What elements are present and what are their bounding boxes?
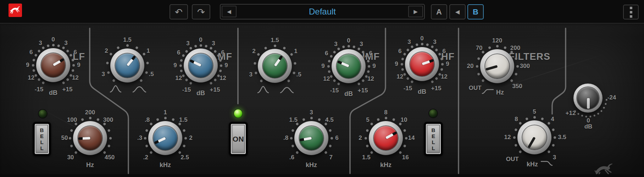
- undo-button[interactable]: ↶: [170, 4, 188, 19]
- knob-scale-label: 300: [520, 63, 530, 70]
- tick-mark: [328, 59, 331, 63]
- knob-scale-label: 1.5: [271, 37, 279, 44]
- knob-scale-label: 14: [408, 135, 415, 142]
- knob-scale-label: +15: [62, 86, 73, 93]
- knob-scale-label: 3: [310, 109, 313, 116]
- tick-mark: [401, 57, 404, 61]
- knob-scale-label: 1: [294, 48, 297, 55]
- tick-mark: [440, 68, 443, 71]
- knob-scale-label: 3: [212, 40, 215, 47]
- hf-gain-knob[interactable]: [405, 47, 439, 81]
- redo-button[interactable]: ↷: [192, 4, 210, 19]
- knob-scale-label: 12: [441, 73, 448, 80]
- tick-mark: [32, 64, 34, 67]
- tick-mark: [328, 70, 331, 73]
- preset-selector: ◀ Default ▶: [220, 4, 425, 19]
- output-gain-knob[interactable]: [573, 84, 603, 113]
- tick-mark: [405, 137, 407, 139]
- knob-scale-label: 12: [323, 75, 330, 82]
- tick-mark: [179, 64, 182, 67]
- knob-scale-label: 12: [367, 75, 374, 82]
- preset-next-button[interactable]: ▶: [408, 6, 423, 17]
- bell-button-label: B: [432, 127, 435, 133]
- lmf-freq-knob[interactable]: [148, 121, 182, 155]
- knob-scale-label: 12: [175, 75, 182, 82]
- knob-scale-label: OUT: [506, 156, 519, 163]
- knob-scale-label: -15: [330, 87, 339, 94]
- tick-mark: [32, 69, 35, 72]
- tick-mark: [581, 114, 583, 116]
- hpf-freq-knob[interactable]: [480, 49, 514, 83]
- lpf-freq-unit-label: kHz: [527, 161, 538, 168]
- knob-scale-label: 450: [105, 154, 115, 161]
- knob-scale-label: 12: [28, 74, 34, 81]
- knob-scale-label: 30: [67, 154, 74, 161]
- knob-scale-label: 9: [321, 63, 324, 70]
- knob-scale-label: 3: [407, 39, 411, 46]
- knob-scale-label: 3.5: [558, 134, 566, 141]
- knob-scale-label: .2: [143, 154, 148, 161]
- tick-mark: [180, 59, 183, 62]
- knob-scale-label: 200: [510, 45, 520, 52]
- knob-scale-label: 2: [189, 135, 192, 142]
- tick-mark: [415, 43, 418, 46]
- knob-scale-label: 9: [173, 62, 177, 69]
- tick-mark: [200, 44, 202, 47]
- lmf-q-knob[interactable]: [110, 48, 144, 82]
- knob-scale-label: 0: [347, 37, 350, 44]
- tick-mark: [554, 136, 556, 139]
- left-triangle-icon: ◀: [227, 8, 231, 15]
- tick-mark: [496, 45, 499, 47]
- tick-mark: [604, 103, 606, 105]
- knob-scale-label: 10: [400, 116, 407, 124]
- tick-mark: [194, 45, 197, 48]
- knob-scale-label: 12: [504, 134, 511, 141]
- knob-scale-label: +15: [210, 86, 220, 93]
- tick-mark: [426, 43, 429, 46]
- hf-freq-unit-label: kHz: [380, 161, 392, 169]
- ab-a-label: A: [436, 7, 442, 17]
- tick-mark: [342, 45, 345, 48]
- knob-scale-label: 9: [372, 63, 376, 70]
- hmf-freq-knob[interactable]: [294, 121, 328, 155]
- tick-mark: [106, 62, 109, 64]
- preset-name[interactable]: Default: [242, 5, 403, 19]
- bell-narrow-icon: [109, 84, 122, 95]
- tick-mark: [367, 70, 370, 73]
- knob-scale-label: 6: [325, 50, 328, 57]
- knob-scale-label: 12: [396, 73, 403, 80]
- menu-button[interactable]: [623, 5, 639, 19]
- on-button-label: ON: [233, 135, 244, 143]
- knob-scale-label: +15: [431, 85, 442, 92]
- knob-scale-label: 3: [64, 40, 67, 47]
- knob-scale-label: 1.5: [289, 116, 298, 124]
- knob-scale-label: -15: [404, 85, 412, 92]
- hf-bell-button[interactable]: B E L L: [424, 122, 443, 156]
- knob-scale-label: -24: [607, 94, 616, 101]
- hmf-gain-knob[interactable]: [332, 49, 366, 83]
- lf-gain-knob[interactable]: [36, 48, 70, 82]
- hf-freq-knob[interactable]: [369, 121, 403, 155]
- lpf-freq-knob[interactable]: [517, 120, 551, 154]
- ab-a-button[interactable]: A: [431, 4, 447, 19]
- tick-mark: [401, 63, 403, 65]
- undo-icon: ↶: [175, 7, 183, 17]
- hmf-q-knob[interactable]: [258, 49, 292, 83]
- lmf-gain-knob[interactable]: [184, 48, 218, 82]
- bell-button-label: B: [40, 127, 44, 133]
- knob-scale-label: .5: [149, 71, 154, 78]
- lf-freq-knob[interactable]: [73, 121, 107, 155]
- lf-bell-button[interactable]: B E L L: [33, 122, 51, 156]
- tick-mark: [331, 137, 333, 139]
- eq-on-button[interactable]: ON: [229, 122, 248, 156]
- ab-b-button[interactable]: B: [467, 4, 484, 19]
- tick-mark: [164, 117, 167, 119]
- tick-mark: [513, 136, 516, 139]
- knob-scale-label: 9: [26, 62, 29, 69]
- preset-prev-button[interactable]: ◀: [222, 6, 237, 17]
- ab-copy-button[interactable]: ◀: [449, 4, 466, 19]
- tick-mark: [367, 59, 370, 63]
- tick-mark: [440, 57, 443, 61]
- knob-scale-label: 1: [163, 109, 167, 116]
- tick-mark: [327, 65, 330, 68]
